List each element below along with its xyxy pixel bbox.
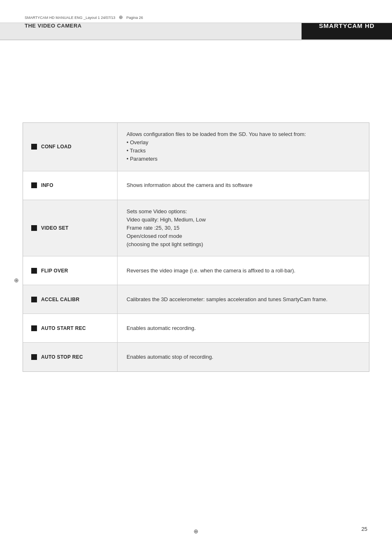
label-text: FLIP OVER — [41, 268, 68, 274]
label-text: AUTO START REC — [41, 325, 86, 331]
table-row: CONF LOAD Allows configuration files to … — [23, 123, 369, 171]
table-row: VIDEO SET Sets some Video options:Video … — [23, 200, 369, 257]
main-content: CONF LOAD Allows configuration files to … — [0, 122, 392, 372]
table-row: AUTO STOP REC Enables automatic stop of … — [23, 343, 369, 371]
doc-info-text: SMARTYCAM HD MANUALE ENG _Layout 1 24/07… — [0, 14, 143, 20]
desc-text: Reverses the video image (i.e. when the … — [127, 267, 295, 275]
row-desc-conf-load: Allows configuration files to be loaded … — [118, 123, 369, 171]
table-row: ACCEL CALIBR Calibrates the 3D accelerom… — [23, 285, 369, 314]
desc-text: Allows configuration files to be loaded … — [127, 130, 306, 164]
label-text: AUTO STOP REC — [41, 354, 83, 360]
row-label-flip-over: FLIP OVER — [23, 256, 118, 285]
table-row: AUTO START REC Enables automatic recordi… — [23, 314, 369, 343]
doc-info-bar: SMARTYCAM HD MANUALE ENG _Layout 1 24/07… — [0, 12, 392, 23]
doc-bar-page: Pagina 26 — [126, 16, 143, 20]
brand-title: SMARTYCAM HD — [319, 22, 374, 29]
page-number: 25 — [362, 526, 367, 532]
row-label-video-set: VIDEO SET — [23, 200, 118, 256]
label-text: VIDEO SET — [41, 225, 69, 231]
row-desc-flip-over: Reverses the video image (i.e. when the … — [118, 256, 369, 285]
page-container: SMARTYCAM HD MANUALE ENG _Layout 1 24/07… — [0, 12, 392, 537]
table-row: FLIP OVER Reverses the video image (i.e.… — [23, 256, 369, 285]
row-label-accel-calibr: ACCEL CALIBR — [23, 285, 118, 313]
square-icon — [31, 182, 37, 188]
row-desc-auto-start-rec: Enables automatic recording. — [118, 314, 369, 342]
desc-text: Enables automatic recording. — [127, 324, 196, 332]
desc-text: Sets some Video options:Video quality: H… — [127, 207, 206, 249]
row-desc-info: Shows information about the camera and i… — [118, 171, 369, 200]
table-row: INFO Shows information about the camera … — [23, 171, 369, 200]
crosshair-bottom-icon: ⊕ — [192, 527, 200, 535]
label-text: ACCEL CALIBR — [41, 297, 79, 302]
square-icon — [31, 325, 37, 331]
square-icon — [31, 354, 37, 360]
square-icon — [31, 144, 37, 150]
desc-text: Shows information about the camera and i… — [127, 181, 252, 189]
label-text: INFO — [41, 182, 53, 188]
section-title: THE VIDEO CAMERA — [25, 23, 82, 29]
menu-table: CONF LOAD Allows configuration files to … — [23, 122, 369, 372]
row-desc-accel-calibr: Calibrates the 3D accelerometer: samples… — [118, 285, 369, 313]
row-label-auto-stop-rec: AUTO STOP REC — [23, 343, 118, 371]
row-label-auto-start-rec: AUTO START REC — [23, 314, 118, 342]
square-icon — [31, 268, 37, 274]
row-label-conf-load: CONF LOAD — [23, 123, 118, 171]
spacer — [0, 40, 392, 122]
row-label-info: INFO — [23, 171, 118, 200]
doc-bar-main: SMARTYCAM HD MANUALE ENG _Layout 1 24/07… — [25, 16, 115, 20]
crosshair-icon-top: ⊕ — [119, 14, 123, 20]
crosshair-left-icon: ⊕ — [12, 276, 21, 284]
desc-text: Enables automatic stop of recording. — [127, 353, 213, 361]
label-text: CONF LOAD — [41, 144, 71, 150]
desc-text: Calibrates the 3D accelerometer: samples… — [127, 295, 327, 304]
row-desc-auto-stop-rec: Enables automatic stop of recording. — [118, 343, 369, 371]
row-desc-video-set: Sets some Video options:Video quality: H… — [118, 200, 369, 256]
square-icon — [31, 225, 37, 231]
square-icon — [31, 297, 37, 302]
